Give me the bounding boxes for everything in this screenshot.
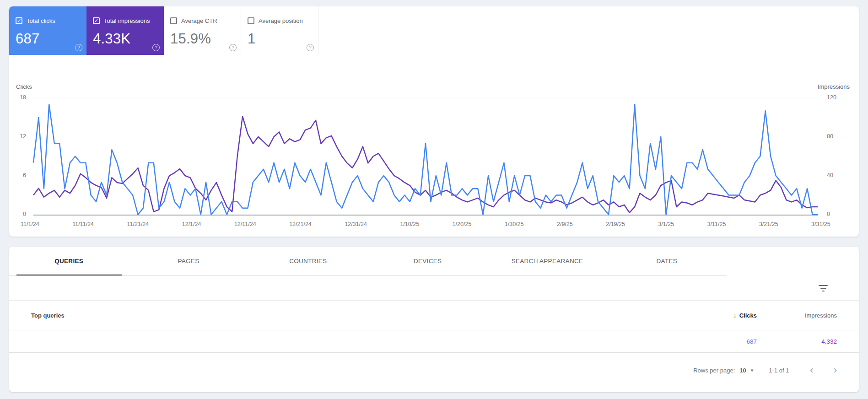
impressions-cell[interactable]: 4,332 bbox=[757, 338, 837, 345]
card-label: Total impressions bbox=[104, 17, 150, 24]
left-axis-tick: 12 bbox=[20, 133, 26, 140]
dimension-tabs: QUERIESPAGESCOUNTRIESDEVICESSEARCH APPEA… bbox=[9, 247, 727, 276]
x-axis-label: 11/11/24 bbox=[72, 221, 94, 227]
sort-desc-icon: ↓ bbox=[733, 312, 737, 319]
card-value: 687 bbox=[16, 31, 80, 47]
column-header-impressions[interactable]: Impressions bbox=[757, 312, 837, 319]
clicks-cell[interactable]: 687 bbox=[681, 338, 757, 345]
card-value: 15.9% bbox=[170, 31, 234, 47]
card-label: Average position bbox=[259, 17, 303, 24]
card-total-impressions[interactable]: ✓ Total impressions 4.33K ? bbox=[86, 6, 164, 55]
performance-panel: ✓ Total clicks 687 ? ✓ Total impressions… bbox=[9, 6, 859, 237]
x-axis-label: 3/11/25 bbox=[707, 221, 726, 227]
rows-per-page: Rows per page: 10 ▾ bbox=[693, 367, 753, 374]
column-header-top-queries[interactable]: Top queries bbox=[31, 312, 681, 319]
left-axis-tick: 6 bbox=[23, 172, 26, 178]
right-axis-tick: 80 bbox=[827, 133, 833, 140]
performance-chart: Clicks Impressions 181260 12080400 11/1/… bbox=[33, 98, 818, 227]
card-label: Total clicks bbox=[27, 17, 55, 24]
card-total-clicks[interactable]: ✓ Total clicks 687 ? bbox=[9, 6, 86, 55]
x-axis-label: 11/21/24 bbox=[127, 221, 149, 227]
table-filter-row bbox=[9, 276, 859, 301]
x-axis-label: 1/20/25 bbox=[453, 221, 472, 227]
chevron-down-icon[interactable]: ▾ bbox=[751, 367, 754, 373]
help-icon[interactable]: ? bbox=[229, 44, 237, 51]
x-axis-label: 1/10/25 bbox=[400, 221, 419, 227]
card-value: 1 bbox=[248, 31, 312, 47]
tab-queries[interactable]: QUERIES bbox=[9, 247, 129, 275]
pager: ‹ › bbox=[810, 365, 837, 375]
tab-search-appearance[interactable]: SEARCH APPEARANCE bbox=[487, 247, 607, 275]
tab-devices[interactable]: DEVICES bbox=[368, 247, 487, 275]
left-axis-tick: 18 bbox=[20, 94, 26, 101]
checkbox-checked-icon[interactable]: ✓ bbox=[93, 17, 100, 24]
filter-icon[interactable] bbox=[816, 282, 830, 294]
help-icon[interactable]: ? bbox=[307, 44, 314, 51]
x-axis-label: 12/11/24 bbox=[234, 221, 256, 227]
x-axis-label: 12/1/24 bbox=[182, 221, 201, 227]
help-icon[interactable]: ? bbox=[152, 44, 160, 51]
x-axis-label: 12/31/24 bbox=[345, 221, 367, 227]
help-icon[interactable]: ? bbox=[75, 44, 82, 51]
x-axis-label: 2/9/25 bbox=[557, 221, 573, 227]
x-axis-label: 12/21/24 bbox=[289, 221, 312, 227]
tab-countries[interactable]: COUNTRIES bbox=[248, 247, 368, 275]
column-header-clicks[interactable]: ↓Clicks bbox=[681, 312, 757, 319]
card-average-position[interactable]: Average position 1 ? bbox=[241, 6, 318, 55]
checkbox-checked-icon[interactable]: ✓ bbox=[16, 17, 22, 24]
dimensions-panel: QUERIESPAGESCOUNTRIESDEVICESSEARCH APPEA… bbox=[9, 247, 859, 392]
checkbox-unchecked-icon[interactable] bbox=[170, 17, 177, 24]
right-axis-title: Impressions bbox=[818, 83, 850, 90]
rows-per-page-label: Rows per page: bbox=[693, 367, 735, 374]
chevron-left-icon[interactable]: ‹ bbox=[810, 365, 813, 375]
right-axis-tick: 120 bbox=[827, 94, 836, 101]
impressions-line bbox=[33, 116, 818, 212]
x-axis-label: 3/21/25 bbox=[759, 221, 778, 227]
x-axis-labels: 11/1/2411/11/2411/21/2412/1/2412/11/2412… bbox=[21, 221, 830, 227]
card-average-ctr[interactable]: Average CTR 15.9% ? bbox=[164, 6, 241, 55]
x-axis-label: 11/1/24 bbox=[21, 221, 39, 227]
left-axis-title: Clicks bbox=[16, 83, 32, 90]
x-axis-line bbox=[33, 215, 818, 216]
x-axis-label: 3/1/25 bbox=[658, 221, 674, 227]
left-axis-tick: 0 bbox=[23, 211, 26, 217]
table-footer: Rows per page: 10 ▾ 1-1 of 1 ‹ › bbox=[9, 353, 859, 388]
card-label: Average CTR bbox=[181, 17, 217, 24]
x-axis-label: 2/19/25 bbox=[606, 221, 625, 227]
metric-cards: ✓ Total clicks 687 ? ✓ Total impressions… bbox=[9, 6, 859, 55]
pagination-range: 1-1 of 1 bbox=[769, 367, 789, 374]
clicks-line bbox=[33, 104, 818, 215]
card-value: 4.33K bbox=[93, 31, 157, 47]
chevron-right-icon[interactable]: › bbox=[834, 365, 837, 375]
right-axis-tick: 0 bbox=[827, 211, 830, 217]
table-row[interactable]: 687 4,332 bbox=[9, 330, 859, 353]
chart-plot-area[interactable]: 181260 12080400 bbox=[33, 98, 818, 215]
right-axis-tick: 40 bbox=[827, 172, 833, 178]
tab-pages[interactable]: PAGES bbox=[129, 247, 248, 275]
x-axis-label: 1/30/25 bbox=[505, 221, 524, 227]
x-axis-label: 3/31/25 bbox=[811, 221, 830, 227]
table-body: 687 4,332 bbox=[9, 330, 859, 353]
table-header: Top queries ↓Clicks Impressions bbox=[9, 301, 859, 330]
chart-svg bbox=[33, 98, 818, 215]
checkbox-unchecked-icon[interactable] bbox=[248, 17, 254, 24]
tab-dates[interactable]: DATES bbox=[607, 247, 727, 275]
rows-per-page-value[interactable]: 10 bbox=[739, 367, 746, 374]
